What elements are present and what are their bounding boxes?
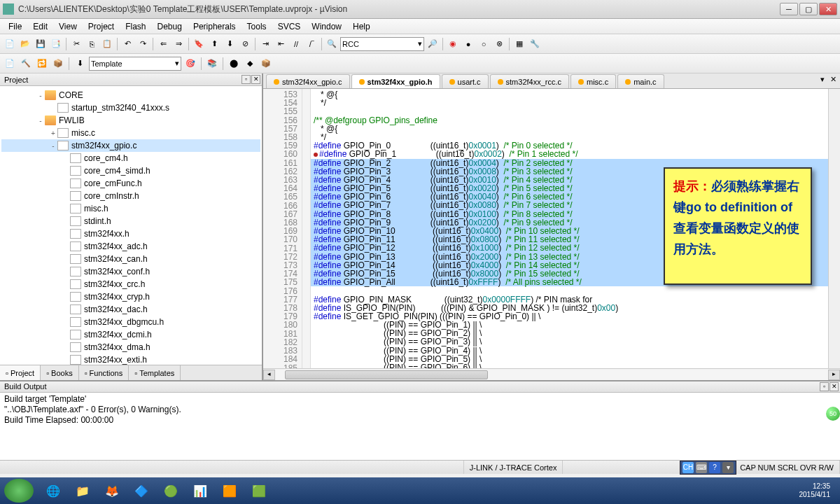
saveall-button[interactable]: 📑: [49, 37, 63, 51]
tree-item[interactable]: stm32f4xx_conf.h: [1, 265, 260, 278]
bookmark-button[interactable]: 🔖: [192, 37, 206, 51]
tree-item[interactable]: startup_stm32f40_41xxx.s: [1, 102, 260, 114]
ime-mode-icon[interactable]: ⌨: [696, 462, 707, 473]
build-output-text[interactable]: Build target 'Template'"..\OBJ\Template.…: [0, 393, 840, 460]
windows-taskbar[interactable]: 🌐 📁 🦊 🔷 🟢 📊 🟧 🟩 12:352015/4/11: [0, 477, 840, 504]
menu-window[interactable]: Window: [306, 20, 347, 33]
start-button[interactable]: [4, 479, 34, 503]
target-options-button[interactable]: 🎯: [183, 57, 197, 71]
taskbar-app-8[interactable]: 🟩: [245, 479, 273, 502]
find-scope-button[interactable]: 🔎: [426, 37, 440, 51]
panel-tab-templates[interactable]: ▫Templates: [129, 365, 181, 380]
menu-help[interactable]: Help: [347, 20, 376, 33]
notification-badge[interactable]: 50: [826, 407, 840, 421]
target-combo[interactable]: Template▾: [89, 57, 181, 71]
uncomment-button[interactable]: /‾: [304, 37, 318, 51]
editor-hscroll[interactable]: ◂ ▸: [263, 368, 840, 380]
nav-back-button[interactable]: ⇐: [156, 37, 170, 51]
taskbar-app-3[interactable]: 🦊: [98, 479, 126, 502]
taskbar-app-4[interactable]: 🔷: [127, 479, 155, 502]
debug-button[interactable]: ◉: [446, 37, 460, 51]
menu-view[interactable]: View: [53, 20, 83, 33]
tree-item[interactable]: -FWLIB: [1, 114, 260, 127]
new-button[interactable]: 📄: [3, 37, 17, 51]
file-tab[interactable]: main.c: [617, 74, 664, 88]
batch-build-button[interactable]: 📦: [51, 57, 65, 71]
manage-button[interactable]: 📚: [205, 57, 219, 71]
tree-item[interactable]: core_cmFunc.h: [1, 177, 260, 190]
tab-dropdown-button[interactable]: ▾: [818, 75, 827, 84]
close-button[interactable]: ✕: [819, 3, 837, 15]
build-close-button[interactable]: ✕: [830, 382, 839, 391]
ime-lang-icon[interactable]: CH: [682, 462, 694, 473]
maximize-button[interactable]: ▢: [799, 3, 818, 15]
fold-column[interactable]: [302, 89, 311, 368]
copy-button[interactable]: ⎘: [85, 37, 99, 51]
taskbar-app-5[interactable]: 🟢: [157, 479, 185, 502]
tree-item[interactable]: -stm32f4xx_gpio.c: [1, 139, 260, 152]
hscroll-left-button[interactable]: ◂: [263, 370, 275, 380]
tree-item[interactable]: core_cm4.h: [1, 152, 260, 164]
find-button[interactable]: 🔍: [325, 37, 339, 51]
panel-tab-functions[interactable]: ▫Functions: [79, 365, 130, 380]
config-button[interactable]: 🔧: [528, 37, 542, 51]
bm-next-button[interactable]: ⬇: [223, 37, 237, 51]
hscroll-thumb[interactable]: [285, 370, 488, 379]
panel-close-button[interactable]: ✕: [251, 75, 260, 84]
taskbar-app-7[interactable]: 🟧: [216, 479, 244, 502]
bp-enable-button[interactable]: ○: [477, 37, 491, 51]
menu-tools[interactable]: Tools: [241, 20, 272, 33]
build-pin-button[interactable]: ▫: [820, 382, 829, 391]
win-layout-button[interactable]: ▦: [512, 37, 526, 51]
tree-item[interactable]: misc.h: [1, 202, 260, 215]
system-tray[interactable]: 12:352015/4/11: [794, 481, 836, 500]
translate-button[interactable]: 📄: [3, 57, 17, 71]
tree-item[interactable]: stm32f4xx.h: [1, 227, 260, 240]
tree-item[interactable]: +misc.c: [1, 127, 260, 139]
tree-item[interactable]: stm32f4xx_dcmi.h: [1, 328, 260, 341]
minimize-button[interactable]: ─: [780, 3, 798, 15]
tree-item[interactable]: stm32f4xx_crc.h: [1, 278, 260, 290]
bp-kill-button[interactable]: ⊗: [492, 37, 506, 51]
undo-button[interactable]: ↶: [120, 37, 134, 51]
paste-button[interactable]: 📋: [100, 37, 114, 51]
save-button[interactable]: 💾: [34, 37, 48, 51]
build-button[interactable]: 🔨: [19, 57, 33, 71]
indent-button[interactable]: ⇥: [258, 37, 272, 51]
taskbar-app-6[interactable]: 📊: [186, 479, 214, 502]
editor-vscroll[interactable]: [828, 89, 840, 368]
nav-fwd-button[interactable]: ⇒: [172, 37, 186, 51]
menu-file[interactable]: File: [3, 20, 27, 33]
panel-tab-project[interactable]: ▫Project: [0, 365, 41, 380]
menu-edit[interactable]: Edit: [27, 20, 53, 33]
menu-svcs[interactable]: SVCS: [272, 20, 307, 33]
tree-item[interactable]: -CORE: [1, 89, 260, 102]
tree-item[interactable]: stm32f4xx_dac.h: [1, 303, 260, 316]
tree-item[interactable]: core_cmInstr.h: [1, 190, 260, 202]
tree-item[interactable]: stm32f4xx_cryp.h: [1, 290, 260, 303]
taskbar-app-2[interactable]: 📁: [69, 479, 97, 502]
taskbar-app-1[interactable]: 🌐: [39, 479, 67, 502]
tree-item[interactable]: stm32f4xx_exti.h: [1, 354, 260, 365]
file-tab[interactable]: misc.c: [570, 74, 616, 88]
ime-toolbar[interactable]: CH ⌨ ? ▾: [680, 461, 736, 475]
redo-button[interactable]: ↷: [136, 37, 150, 51]
download-button[interactable]: ⬇: [73, 57, 87, 71]
tree-item[interactable]: stm32f4xx_dbgmcu.h: [1, 316, 260, 328]
file-tab[interactable]: stm32f4xx_rcc.c: [490, 74, 569, 88]
open-button[interactable]: 📂: [18, 37, 32, 51]
project-tree[interactable]: -COREstartup_stm32f40_41xxx.s-FWLIB+misc…: [0, 86, 262, 365]
tree-item[interactable]: stm32f4xx_can.h: [1, 253, 260, 265]
menu-peripherals[interactable]: Peripherals: [188, 20, 241, 33]
tree-item[interactable]: stm32f4xx_dma.h: [1, 341, 260, 354]
menu-project[interactable]: Project: [83, 20, 120, 33]
file-tab[interactable]: usart.c: [442, 74, 489, 88]
file-tab[interactable]: stm32f4xx_gpio.c: [266, 74, 350, 88]
cut-button[interactable]: ✂: [69, 37, 83, 51]
pack-button2[interactable]: ◆: [243, 57, 257, 71]
hscroll-right-button[interactable]: ▸: [828, 370, 840, 380]
tree-item[interactable]: stdint.h: [1, 215, 260, 227]
comment-button[interactable]: //: [289, 37, 303, 51]
outdent-button[interactable]: ⇤: [274, 37, 288, 51]
menu-flash[interactable]: Flash: [120, 20, 151, 33]
